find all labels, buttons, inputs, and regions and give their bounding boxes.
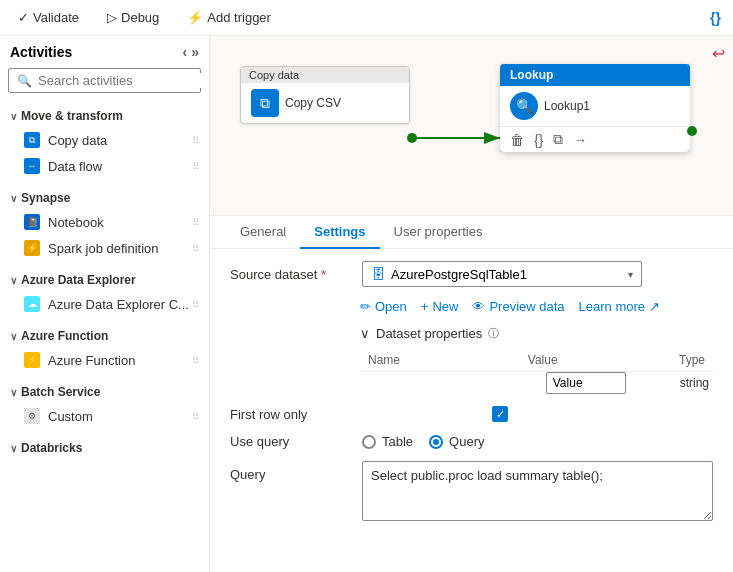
query-textarea[interactable]: Select <span class="underline-text">publ… [362,461,713,521]
info-icon: ⓘ [488,326,499,341]
group-label: Batch Service [21,385,100,399]
copy-data-header: Copy data [241,67,409,83]
trigger-icon: ⚡ [187,10,203,25]
sidebar-header-icons[interactable]: ‹ » [183,44,199,60]
bottom-panel: General Settings User properties Source … [210,216,733,572]
sidebar-item-data-flow[interactable]: ↔ Data flow ⠿ [0,153,209,179]
lookup-activity[interactable]: Lookup 🔍 Lookup1 🗑 {} ⧉ → [500,64,690,152]
lookup-body: 🔍 Lookup1 🗑 {} ⧉ → [500,86,690,152]
sidebar-group-databricks[interactable]: ∨ Databricks [0,437,209,459]
sidebar-header: Activities ‹ » [0,36,209,68]
dataset-value: AzurePostgreSqlTable1 [391,267,527,282]
lookup1-label: Lookup1 [544,99,590,113]
add-trigger-button[interactable]: ⚡ Add trigger [181,8,277,27]
copy-data-activity-icon: ⧉ [251,89,279,117]
sidebar-item-notebook[interactable]: 📓 Notebook ⠿ [0,209,209,235]
tab-user-properties[interactable]: User properties [380,216,497,249]
drag-handle: ⠿ [192,299,199,310]
adx-label: Azure Data Explorer C... [48,297,189,312]
table-radio[interactable] [362,435,376,449]
drag-handle: ⠿ [192,355,199,366]
code-icon[interactable]: {} [534,132,543,148]
chevron-down-icon: ∨ [360,326,370,341]
external-link-icon: ↗ [649,299,660,314]
sidebar-section-synapse: ∨ Synapse 📓 Notebook ⠿ ⚡ Spark job defin… [0,183,209,265]
code-button[interactable]: {} [710,10,721,26]
new-button[interactable]: + New [421,299,459,314]
validate-button[interactable]: ✓ Validate [12,8,85,27]
expand-icon[interactable]: » [191,44,199,60]
preview-data-label: Preview data [489,299,564,314]
sidebar-group-batch[interactable]: ∨ Batch Service [0,381,209,403]
sidebar-item-adx[interactable]: ☁ Azure Data Explorer C... ⠿ [0,291,209,317]
query-radio[interactable] [429,435,443,449]
source-dataset-label: Source dataset * [230,267,350,282]
query-radio-option[interactable]: Query [429,434,484,449]
debug-button[interactable]: ▷ Debug [101,8,165,27]
search-input[interactable] [38,73,206,88]
dataset-properties: ∨ Dataset properties ⓘ Name Value Type [360,326,713,394]
sidebar-item-copy-data[interactable]: ⧉ Copy data ⠿ [0,127,209,153]
delete-icon[interactable]: 🗑 [510,132,524,148]
dataset-select[interactable]: 🗄 AzurePostgreSqlTable1 ▾ [362,261,642,287]
checkbox-area: ✓ [492,406,508,422]
copy-data-body: ⧉ Copy CSV [241,83,409,123]
arrow-right-icon[interactable]: → [573,132,587,148]
group-label: Synapse [21,191,70,205]
custom-icon: ⚙ [24,408,40,424]
table-radio-option[interactable]: Table [362,434,413,449]
sidebar-section-move-transform: ∨ Move & transform ⧉ Copy data ⠿ ↔ Data … [0,101,209,183]
chevron-icon: ∨ [10,275,17,286]
debug-icon: ▷ [107,10,117,25]
tab-settings[interactable]: Settings [300,216,379,249]
group-label: Azure Data Explorer [21,273,136,287]
sidebar-item-left: ☁ Azure Data Explorer C... [24,296,189,312]
query-radio-label: Query [449,434,484,449]
func-label: Azure Function [48,353,135,368]
dataset-actions: ✏ Open + New 👁 Preview data Learn more ↗ [360,299,713,314]
sidebar-section-adx: ∨ Azure Data Explorer ☁ Azure Data Explo… [0,265,209,321]
use-query-row: Use query Table Query [230,434,713,449]
copy-icon[interactable]: ⧉ [553,131,563,148]
custom-label: Custom [48,409,93,424]
sidebar-item-func[interactable]: ⚡ Azure Function ⠿ [0,347,209,373]
svg-point-1 [407,133,417,143]
lookup-actions: 🗑 {} ⧉ → [500,126,690,152]
new-label: New [432,299,458,314]
copy-data-activity[interactable]: Copy data ⧉ Copy CSV [240,66,410,124]
lookup-header: Lookup [500,64,690,86]
pipeline-canvas: ↩ Copy data ⧉ Copy CSV [210,36,733,216]
check-icon: ✓ [496,408,505,421]
type-cell: string [626,372,713,395]
data-flow-label: Data flow [48,159,102,174]
preview-data-button[interactable]: 👁 Preview data [472,299,564,314]
drag-handle: ⠿ [192,135,199,146]
top-bar: ✓ Validate ▷ Debug ⚡ Add trigger {} [0,0,733,36]
sidebar-title: Activities [10,44,72,60]
value-input[interactable] [546,372,626,394]
copy-data-icon: ⧉ [24,132,40,148]
sidebar-group-func[interactable]: ∨ Azure Function [0,325,209,347]
dataset-props-header[interactable]: ∨ Dataset properties ⓘ [360,326,713,341]
sidebar-item-custom[interactable]: ⚙ Custom ⠿ [0,403,209,429]
sidebar-item-spark[interactable]: ⚡ Spark job definition ⠿ [0,235,209,261]
spark-icon: ⚡ [24,240,40,256]
props-table: Name Value Type string [360,349,713,394]
sidebar-group-synapse[interactable]: ∨ Synapse [0,187,209,209]
learn-more-button[interactable]: Learn more ↗ [579,299,660,314]
table-row: string [360,372,713,395]
open-button[interactable]: ✏ Open [360,299,407,314]
first-row-checkbox[interactable]: ✓ [492,406,508,422]
collapse-icon[interactable]: ‹ [183,44,188,60]
sidebar-group-adx[interactable]: ∨ Azure Data Explorer [0,269,209,291]
tab-general[interactable]: General [226,216,300,249]
func-icon: ⚡ [24,352,40,368]
notebook-icon: 📓 [24,214,40,230]
sidebar-item-left: ⧉ Copy data [24,132,107,148]
lookup-search-icon: 🔍 [510,92,538,120]
sidebar-section-databricks: ∨ Databricks [0,433,209,463]
sidebar-group-move-transform[interactable]: ∨ Move & transform [0,105,209,127]
drag-handle: ⠿ [192,411,199,422]
radio-group: Table Query [362,434,484,449]
chevron-icon: ∨ [10,331,17,342]
